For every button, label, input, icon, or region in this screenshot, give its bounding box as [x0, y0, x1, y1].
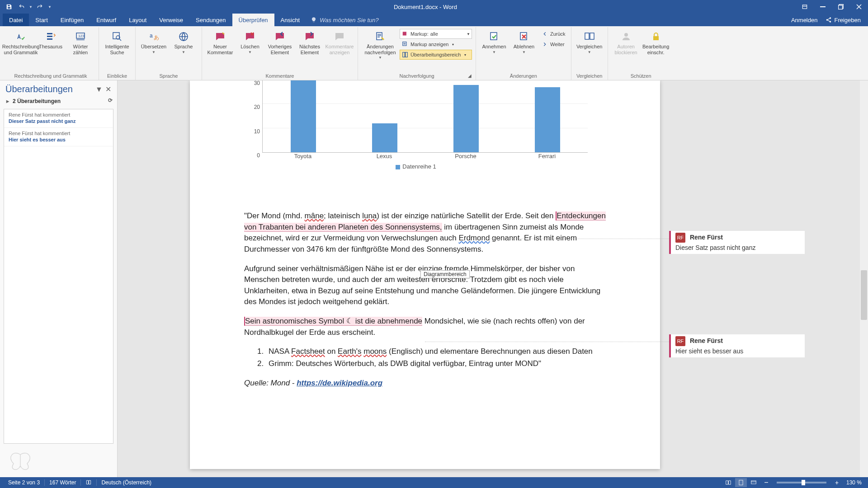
- scrollbar-thumb[interactable]: [861, 270, 867, 320]
- revision-item[interactable]: Rene Fürst hat kommentiert Dieser Satz p…: [4, 109, 113, 128]
- chevron-down-icon: ▼: [182, 50, 185, 54]
- compare-button[interactable]: Vergleichen ▼: [575, 28, 604, 56]
- svg-rect-14: [377, 33, 382, 40]
- chart-bar: [372, 123, 397, 152]
- redo-button[interactable]: [34, 1, 45, 12]
- paragraph[interactable]: Sein astronomisches Symbol ☾ ist die abn…: [244, 316, 606, 338]
- group-label-compare: Vergleichen: [575, 72, 604, 79]
- revisions-pane-close[interactable]: ✕: [104, 85, 113, 94]
- restrict-editing-button[interactable]: Bearbeitung einschr.: [642, 28, 670, 57]
- revision-item[interactable]: Rene Fürst hat kommentiert Hier sieht es…: [4, 128, 113, 146]
- thesaurus-button[interactable]: Thesaurus: [36, 28, 65, 52]
- status-wordcount[interactable]: 167 Wörter: [45, 479, 81, 486]
- document-body[interactable]: "Der Mond (mhd. mâne; lateinisch luna) i…: [244, 211, 606, 389]
- track-changes-button[interactable]: Änderungen nachverfolgen ▼: [362, 28, 399, 62]
- chart-bar: [453, 85, 479, 152]
- svg-rect-25: [739, 480, 743, 485]
- tab-file[interactable]: Datei: [3, 14, 29, 26]
- group-language: aあ Übersetzen ▼ Sprache ▼ Sprache: [136, 27, 202, 80]
- language-button[interactable]: Sprache ▼: [169, 28, 198, 56]
- group-insights: Intelligente Suche Einblicke: [99, 27, 136, 80]
- refresh-icon[interactable]: ⟳: [108, 97, 113, 103]
- close-button[interactable]: [850, 0, 868, 14]
- new-comment-button[interactable]: Neuer Kommentar: [206, 28, 235, 57]
- spelling-error[interactable]: Factsheet: [291, 347, 325, 356]
- tab-references[interactable]: Verweise: [153, 14, 189, 26]
- reject-button[interactable]: Ablehnen ▼: [509, 28, 538, 56]
- revisions-pane: Überarbeitungen ▼ ✕ 2 Überarbeitungen ⟳ …: [0, 80, 118, 477]
- view-print-layout[interactable]: [735, 478, 747, 487]
- hyperlink[interactable]: https://de.wikipedia.org: [297, 379, 382, 387]
- delete-comment-button[interactable]: Löschen ▼: [236, 28, 264, 56]
- spelling-error[interactable]: mâne: [305, 211, 324, 220]
- comment-text: Hier sieht es besser aus: [675, 347, 801, 355]
- show-markup-dropdown[interactable]: Markup anzeigen ▾: [400, 39, 472, 49]
- title-bar: ▼ ▼ Dokument1.docx - Word: [0, 0, 868, 14]
- status-page[interactable]: Seite 2 von 3: [4, 479, 45, 486]
- zoom-slider-knob[interactable]: [802, 480, 805, 485]
- print-layout-icon: [737, 479, 745, 486]
- vertical-scrollbar[interactable]: [860, 80, 868, 477]
- tell-me-search[interactable]: Was möchten Sie tun?: [306, 14, 383, 26]
- tracking-dialog-launcher[interactable]: ◢: [467, 72, 473, 79]
- embedded-chart[interactable]: 0102030 ToyotaLexusPorscheFerrari Datenr…: [244, 80, 588, 170]
- wordcount-button[interactable]: 123 Wörter zählen: [66, 28, 95, 57]
- tab-review[interactable]: Überprüfen: [232, 14, 274, 26]
- zoom-in-button[interactable]: +: [831, 478, 843, 487]
- markup-display-dropdown[interactable]: Markup: alle ▼: [400, 29, 472, 39]
- status-proofing-icon[interactable]: [81, 479, 97, 486]
- tab-view[interactable]: Ansicht: [274, 14, 307, 26]
- paragraph[interactable]: Quelle: Mond - https://de.wikipedia.org: [244, 378, 606, 389]
- undo-caret-icon[interactable]: ▼: [29, 5, 33, 9]
- grammar-suggestion[interactable]: Erdmond: [458, 234, 490, 242]
- accept-button[interactable]: Annehmen ▼: [480, 28, 509, 56]
- list-item[interactable]: NASA Factsheet on Earth's moons (Englisc…: [266, 346, 606, 357]
- zoom-out-button[interactable]: −: [760, 478, 772, 487]
- document-page[interactable]: 0102030 ToyotaLexusPorscheFerrari Datenr…: [190, 80, 660, 469]
- tab-design[interactable]: Entwurf: [90, 14, 123, 26]
- smart-lookup-button[interactable]: Intelligente Suche: [103, 28, 132, 57]
- share-button[interactable]: Freigeben: [826, 17, 861, 23]
- spelling-button[interactable]: Rechtschreibung und Grammatik: [6, 28, 35, 57]
- tab-insert[interactable]: Einfügen: [54, 14, 90, 26]
- zoom-level[interactable]: 130 %: [844, 479, 864, 486]
- reviewing-pane-dropdown[interactable]: Überarbeitungsbereich ▾: [400, 50, 472, 60]
- spelling-error[interactable]: moons: [363, 347, 387, 356]
- svg-rect-1: [820, 6, 826, 7]
- chevron-down-icon: ▼: [152, 50, 156, 54]
- next-comment-button[interactable]: Nächstes Element: [295, 28, 324, 57]
- chart-bar: [535, 87, 560, 152]
- translate-button[interactable]: aあ Übersetzen ▼: [139, 28, 168, 56]
- revisions-count[interactable]: 2 Überarbeitungen ⟳: [0, 96, 117, 107]
- paragraph[interactable]: "Der Mond (mhd. mâne; lateinisch luna) i…: [244, 211, 606, 255]
- maximize-button[interactable]: [832, 0, 850, 14]
- svg-text:123: 123: [78, 34, 85, 38]
- spelling-error[interactable]: luna: [362, 211, 377, 220]
- qat-customize-caret-icon[interactable]: ▼: [48, 5, 52, 9]
- zoom-slider[interactable]: [777, 482, 826, 483]
- revisions-pane-header: Überarbeitungen ▼ ✕: [0, 80, 117, 96]
- tab-layout[interactable]: Layout: [123, 14, 153, 26]
- comment-callout[interactable]: RF Rene Fürst Hier sieht es besser aus: [669, 334, 805, 357]
- view-web-layout[interactable]: [748, 478, 760, 487]
- minimize-button[interactable]: [814, 0, 832, 14]
- prev-change-button[interactable]: Zurück: [539, 29, 567, 39]
- commented-range[interactable]: Sein astronomisches Symbol ☾ ist die abn…: [244, 317, 422, 326]
- tab-mailings[interactable]: Sendungen: [189, 14, 232, 26]
- signin-link[interactable]: Anmelden: [791, 17, 818, 23]
- comment-callout[interactable]: RF Rene Fürst Dieser Satz passt nicht ga…: [669, 231, 805, 254]
- document-area[interactable]: 0102030 ToyotaLexusPorscheFerrari Datenr…: [118, 80, 868, 477]
- list-item[interactable]: Grimm: Deutsches Wörterbuch, als DWB dig…: [266, 358, 606, 370]
- revisions-pane-menu[interactable]: ▼: [94, 85, 104, 94]
- view-read-mode[interactable]: [722, 478, 734, 487]
- save-button[interactable]: [4, 1, 14, 12]
- status-language[interactable]: Deutsch (Österreich): [97, 479, 156, 486]
- undo-button[interactable]: [16, 1, 27, 12]
- spelling-error[interactable]: Earth's: [338, 347, 361, 356]
- prev-comment-button[interactable]: Vorheriges Element: [265, 28, 294, 57]
- ribbon-display-options-button[interactable]: [796, 0, 814, 14]
- next-change-button[interactable]: Weiter: [539, 39, 567, 49]
- workspace: Überarbeitungen ▼ ✕ 2 Überarbeitungen ⟳ …: [0, 80, 868, 477]
- tab-home[interactable]: Start: [29, 14, 54, 26]
- numbered-list[interactable]: NASA Factsheet on Earth's moons (Englisc…: [266, 346, 606, 369]
